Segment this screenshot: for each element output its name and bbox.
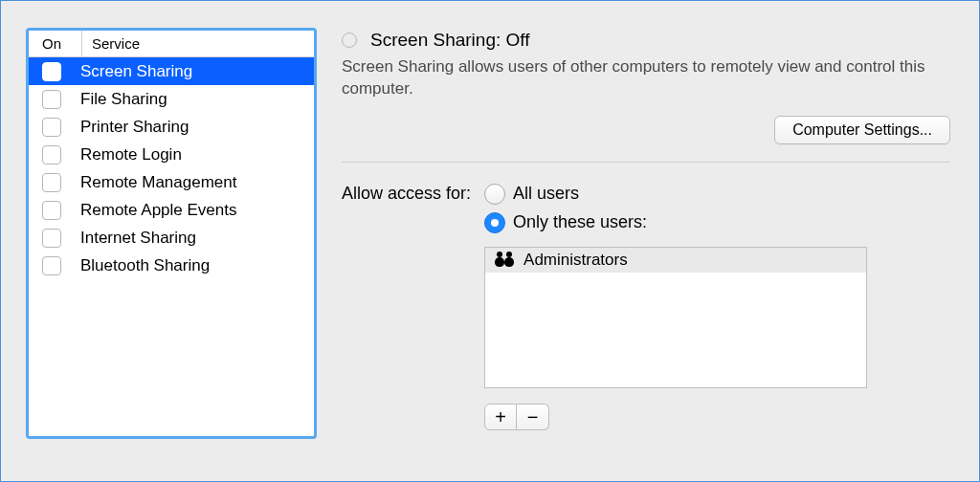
divider <box>342 162 950 163</box>
radio-icon[interactable] <box>484 184 505 205</box>
service-label: Internet Sharing <box>80 229 196 248</box>
services-table: On Service Screen Sharing File Sharing P… <box>26 28 317 439</box>
column-header-on: On <box>29 31 82 56</box>
service-checkbox[interactable] <box>42 229 61 248</box>
service-label: Screen Sharing <box>80 62 192 81</box>
service-row-internet-sharing[interactable]: Internet Sharing <box>29 224 314 252</box>
radio-label: Only these users: <box>513 212 647 232</box>
radio-icon[interactable] <box>484 212 505 233</box>
service-label: Remote Management <box>80 173 236 192</box>
radio-all-users[interactable]: All users <box>484 184 867 205</box>
service-row-remote-login[interactable]: Remote Login <box>29 141 314 168</box>
service-checkbox[interactable] <box>42 90 61 109</box>
user-label: Administrators <box>523 251 628 270</box>
service-row-remote-management[interactable]: Remote Management <box>29 168 314 196</box>
users-icon <box>495 253 514 267</box>
radio-only-these-users[interactable]: Only these users: <box>484 212 867 233</box>
service-row-bluetooth-sharing[interactable]: Bluetooth Sharing <box>29 252 314 279</box>
computer-settings-button[interactable]: Computer Settings... <box>774 116 950 144</box>
service-label: Printer Sharing <box>80 118 189 137</box>
service-label: Remote Login <box>80 145 182 164</box>
service-label: Remote Apple Events <box>80 201 236 220</box>
allow-access-label: Allow access for: <box>342 184 471 430</box>
service-checkbox[interactable] <box>42 201 61 220</box>
service-row-printer-sharing[interactable]: Printer Sharing <box>29 113 314 141</box>
detail-panel: Screen Sharing: Off Screen Sharing allow… <box>342 28 950 462</box>
add-user-button[interactable]: + <box>484 404 517 430</box>
service-checkbox[interactable] <box>42 145 61 164</box>
service-checkbox[interactable] <box>42 118 61 137</box>
service-label: Bluetooth Sharing <box>80 256 210 275</box>
service-row-file-sharing[interactable]: File Sharing <box>29 85 314 113</box>
services-table-header: On Service <box>29 31 314 57</box>
service-checkbox[interactable] <box>42 62 61 81</box>
status-description: Screen Sharing allows users of other com… <box>342 56 935 100</box>
add-remove-stepper: + − <box>484 404 867 430</box>
service-row-screen-sharing[interactable]: Screen Sharing <box>29 57 314 85</box>
service-checkbox[interactable] <box>42 173 61 192</box>
status-title: Screen Sharing: Off <box>370 30 530 51</box>
status-indicator-icon <box>342 33 357 48</box>
service-label: File Sharing <box>80 90 167 109</box>
column-header-service: Service <box>82 31 140 56</box>
allowed-users-list[interactable]: Administrators <box>484 247 867 388</box>
service-checkbox[interactable] <box>42 256 61 275</box>
remove-user-button[interactable]: − <box>517 404 549 430</box>
service-row-remote-apple-events[interactable]: Remote Apple Events <box>29 196 314 224</box>
radio-label: All users <box>513 184 579 204</box>
user-row-administrators[interactable]: Administrators <box>485 248 866 273</box>
